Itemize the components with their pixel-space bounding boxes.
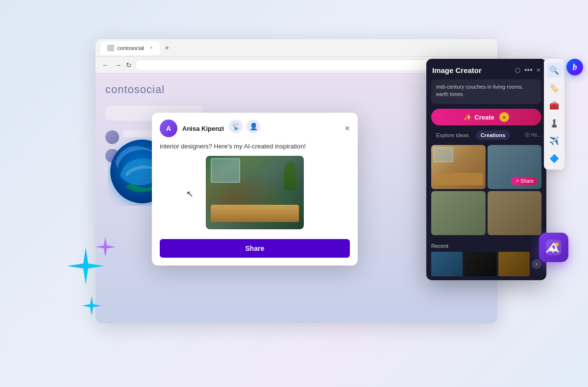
recent-label: Recent	[431, 243, 541, 249]
panel-images-grid: ↗ Share	[426, 145, 546, 235]
forward-button[interactable]: →	[113, 61, 123, 69]
panel-share-icon[interactable]: ⬡	[515, 67, 520, 74]
modal-close-btn[interactable]: ×	[344, 124, 350, 133]
panel-more-icon[interactable]: •••	[524, 66, 533, 74]
tab-explore[interactable]: Explore ideas	[431, 130, 474, 140]
panel-header: Image Creator ⬡ ••• ×	[426, 59, 546, 79]
social-modal: A Anisa Kipenzi 📡 👤 × interior designers…	[152, 113, 358, 266]
share-overlay-btn[interactable]: ↗ Share	[511, 177, 538, 185]
sidebar-tools-btn[interactable]: 🧰	[547, 98, 562, 113]
svg-rect-1	[546, 240, 562, 255]
diamond-icon: 🔷	[549, 154, 559, 163]
browser-tab[interactable]: contosocial ×	[100, 41, 160, 55]
share-icon-small: ↗	[515, 178, 519, 184]
panel-prompt-text: mid-century couches in living rooms, ear…	[436, 83, 537, 98]
image-creator-panel: Image Creator ⬡ ••• × mid-century couche…	[426, 59, 546, 280]
sparkle-medium	[93, 235, 118, 262]
sidebar-tag-btn[interactable]: 🏷️	[547, 80, 562, 95]
panel-title: Image Creator	[432, 66, 482, 74]
sidebar-game-btn[interactable]: ♟️	[547, 116, 562, 130]
recent-item-1[interactable]	[431, 252, 463, 276]
room-sofa-decor	[211, 205, 299, 222]
modal-post-image	[206, 156, 304, 229]
sparkles-decoration	[64, 235, 122, 333]
tab-help[interactable]: ⓪ He...	[525, 132, 541, 139]
copilot-icon: b	[573, 62, 577, 73]
browser-tab-bar: contosocial × +	[96, 39, 497, 57]
send-icon: ✈️	[549, 136, 559, 145]
tag-icon: 🏷️	[549, 83, 559, 93]
floating-app-icon[interactable]	[539, 233, 568, 262]
create-label: Create	[474, 114, 494, 121]
tab-favicon	[107, 45, 114, 51]
new-tab-button[interactable]: +	[165, 44, 169, 52]
room-window-decor	[211, 158, 240, 183]
recent-grid: ›	[431, 252, 541, 276]
sidebar-diamond-btn[interactable]: 🔷	[547, 151, 562, 166]
coin-icon: ●	[499, 112, 509, 122]
panel-tabs: Explore ideas Creations ⓪ He...	[426, 130, 546, 140]
search-icon: 🔍	[549, 66, 559, 75]
recent-item-2[interactable]	[465, 252, 496, 276]
game-icon: ♟️	[549, 119, 559, 128]
modal-username: Anisa Kipenzi	[182, 125, 224, 132]
panel-prompt-input[interactable]: mid-century couches in living rooms, ear…	[431, 79, 541, 104]
panel-header-icons: ⬡ ••• ×	[515, 66, 540, 74]
recent-next-btn[interactable]: ›	[532, 259, 541, 269]
copilot-logo[interactable]: b	[566, 59, 583, 75]
room-plants-decor	[284, 161, 296, 190]
sparkle-small	[78, 294, 105, 323]
create-icon: ✨	[464, 114, 471, 121]
modal-post-text: interior designers? Here's my AI-created…	[160, 142, 350, 151]
avatar-initial: A	[166, 124, 171, 132]
person-icon[interactable]: 👤	[246, 120, 260, 133]
sidebar-search-btn[interactable]: 🔍	[547, 63, 562, 77]
share-label-small: Share	[520, 178, 534, 184]
sidebar-send-btn[interactable]: ✈️	[547, 133, 562, 148]
panel-image-3[interactable]	[431, 191, 486, 235]
tab-creations[interactable]: Creations	[476, 130, 511, 140]
modal-share-button[interactable]: Share	[160, 239, 350, 258]
panel-image-2[interactable]: ↗ Share	[488, 145, 542, 189]
tab-label: contosocial	[117, 45, 144, 51]
panel-image-4[interactable]	[488, 191, 542, 235]
panel-close-icon[interactable]: ×	[537, 66, 540, 74]
modal-header: A Anisa Kipenzi 📡 👤 ×	[152, 113, 358, 142]
panel-image-1[interactable]	[431, 145, 486, 189]
tools-icon: 🧰	[549, 101, 559, 110]
tab-close-btn[interactable]: ×	[150, 45, 153, 50]
radio-icon[interactable]: 📡	[229, 120, 243, 133]
create-button[interactable]: ✨ Create ●	[431, 109, 541, 125]
modal-avatar: A	[160, 120, 177, 137]
panel-recent: Recent ›	[426, 240, 546, 280]
recent-item-3[interactable]	[498, 252, 530, 276]
refresh-button[interactable]: ↻	[126, 61, 132, 69]
sidebar-icons: 🔍 🏷️ 🧰 ♟️ ✈️ 🔷	[544, 59, 564, 169]
back-button[interactable]: ←	[100, 61, 110, 69]
modal-body: interior designers? Here's my AI-created…	[152, 142, 358, 234]
